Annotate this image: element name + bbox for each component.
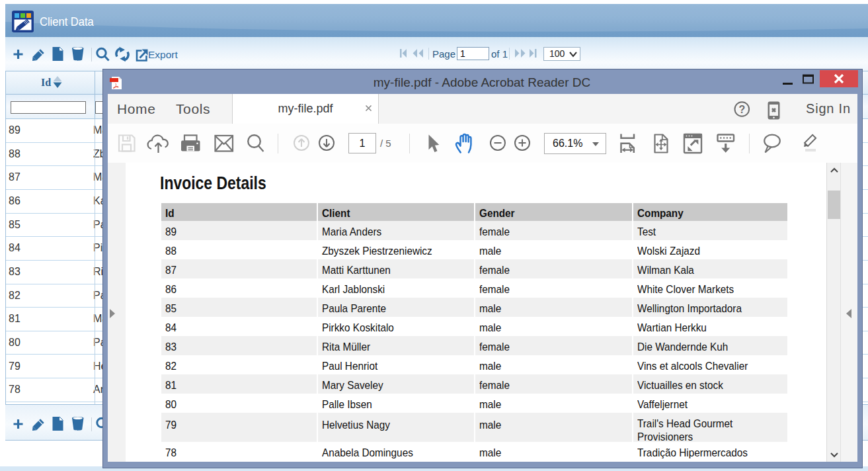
svg-text:?: ? <box>738 104 745 115</box>
